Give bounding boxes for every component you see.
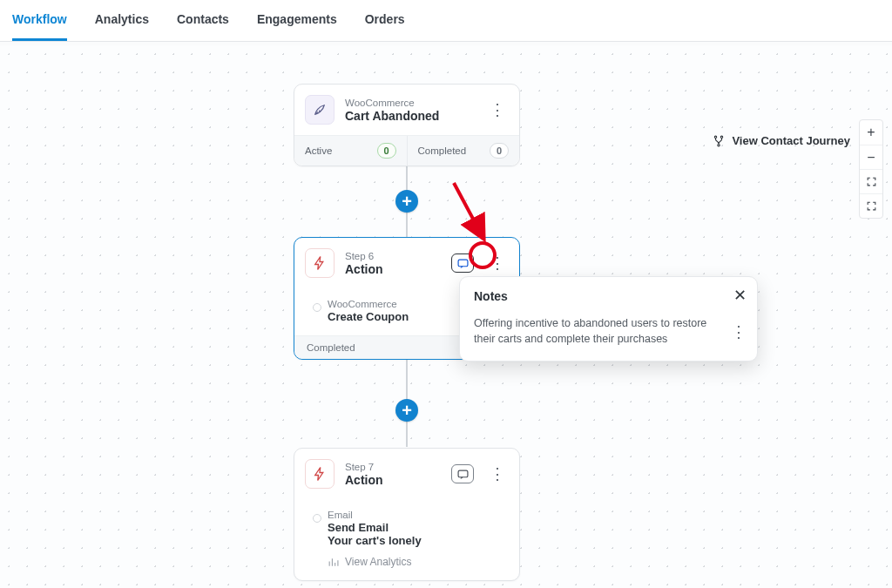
tab-bar: Workflow Analytics Contacts Engagements … (0, 0, 892, 42)
lightning-icon (305, 248, 334, 278)
active-count: 0 (377, 143, 396, 159)
trigger-provider: WooCommerce (345, 98, 477, 108)
completed-count: 0 (490, 143, 509, 159)
step7-notes-button[interactable] (451, 464, 474, 483)
analytics-icon (328, 557, 339, 568)
svg-point-2 (718, 144, 720, 145)
trigger-menu-button[interactable]: ⋮ (488, 100, 507, 119)
step7-menu-button[interactable]: ⋮ (488, 464, 507, 483)
tab-workflow[interactable]: Workflow (12, 12, 67, 41)
step7-subject: Your cart's lonely (328, 534, 507, 547)
note-icon (457, 470, 469, 479)
fullscreen-icon (866, 176, 877, 187)
trigger-stats: Active 0 Completed 0 (294, 135, 519, 166)
note-icon (457, 259, 469, 268)
notes-menu-button[interactable]: ⋮ (731, 322, 747, 341)
step7-step-label: Step 7 (345, 462, 441, 472)
canvas-controls: + − (859, 119, 883, 219)
notes-popover: Notes ✕ Offering incentive to abandoned … (459, 276, 758, 362)
notes-close-button[interactable]: ✕ (733, 286, 747, 305)
notes-heading: Notes (474, 289, 743, 303)
add-step-button[interactable]: + (395, 399, 418, 422)
tab-analytics[interactable]: Analytics (95, 12, 149, 41)
svg-point-1 (721, 136, 723, 138)
tab-contacts[interactable]: Contacts (177, 12, 229, 41)
notes-text: Offering incentive to abandoned users to… (474, 315, 743, 347)
fit-view-button[interactable] (860, 193, 882, 218)
view-analytics-link[interactable]: View Analytics (328, 556, 507, 568)
step6-title: Action (345, 262, 441, 276)
trigger-card[interactable]: WooCommerce Cart Abandoned ⋮ Active 0 Co… (294, 84, 520, 166)
workflow-canvas[interactable]: View Contact Journey + − + + WooCommerce… (0, 45, 892, 588)
annotation-circle (469, 241, 497, 269)
svg-point-0 (715, 136, 717, 138)
zoom-out-button[interactable]: − (860, 145, 882, 169)
trigger-title: Cart Abandoned (345, 109, 477, 123)
completed-label: Completed (418, 145, 467, 156)
fullscreen-button[interactable] (860, 169, 882, 193)
active-label: Active (305, 145, 332, 156)
fit-icon (866, 200, 877, 212)
lightning-icon (305, 459, 334, 489)
svg-rect-4 (458, 470, 468, 477)
zoom-in-button[interactable]: + (860, 120, 882, 145)
tab-engagements[interactable]: Engagements (257, 12, 337, 41)
step7-card[interactable]: Step 7 Action ⋮ Email Send Email Your ca… (294, 448, 520, 581)
view-contact-journey-label: View Contact Journey (732, 134, 850, 147)
svg-rect-3 (458, 260, 468, 267)
step7-provider: Email (328, 510, 507, 520)
step7-action-name: Send Email (328, 521, 507, 534)
view-contact-journey-button[interactable]: View Contact Journey (713, 134, 850, 147)
annotation-arrow-icon (445, 176, 493, 246)
rocket-icon (305, 95, 334, 125)
tab-orders[interactable]: Orders (365, 12, 405, 41)
branch-icon (713, 135, 725, 147)
add-step-button[interactable]: + (395, 190, 418, 213)
step6-step-label: Step 6 (345, 251, 441, 261)
step7-title: Action (345, 473, 441, 487)
